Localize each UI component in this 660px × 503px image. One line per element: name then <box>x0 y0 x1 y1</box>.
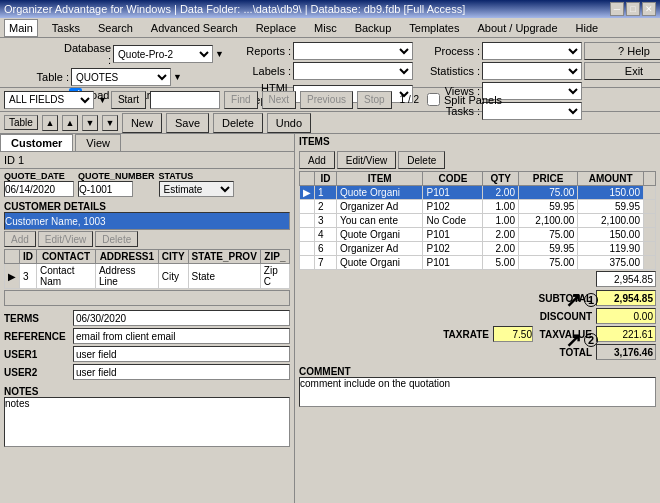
row-item-name: Organizer Ad <box>336 242 423 256</box>
menu-item-backup[interactable]: Backup <box>351 20 396 36</box>
comment-textarea[interactable]: comment include on the quotation <box>299 377 656 407</box>
close-button[interactable]: ✕ <box>642 2 656 16</box>
row-item-code: P102 <box>423 242 483 256</box>
taxrate-input[interactable] <box>493 326 533 342</box>
items-delete-button[interactable]: Delete <box>398 151 445 169</box>
items-add-button[interactable]: Add <box>299 151 335 169</box>
menu-item-templates[interactable]: Templates <box>405 20 463 36</box>
menu-item-replace[interactable]: Replace <box>252 20 300 36</box>
items-table-row[interactable]: 2 Organizer Ad P102 1.00 59.95 59.95 <box>300 200 656 214</box>
menu-item-tasks[interactable]: Tasks <box>48 20 84 36</box>
menu-item-hide[interactable]: Hide <box>572 20 603 36</box>
bottom-total-input <box>596 271 656 287</box>
col-sel <box>300 172 315 186</box>
items-toolbar: Add Edit/View Delete <box>295 149 660 171</box>
help-button[interactable]: ? Help <box>584 42 660 60</box>
minimize-button[interactable]: ─ <box>610 2 624 16</box>
database-row: Database : Quote-Pro-2 ▼ <box>4 42 224 66</box>
quote-date-input[interactable] <box>4 181 74 197</box>
menu-item-advanced-search[interactable]: Advanced Search <box>147 20 242 36</box>
comment-section: COMMENT comment include on the quotation <box>295 364 660 411</box>
items-table-row[interactable]: 3 You can ente No Code 1.00 2,100.00 2,1… <box>300 214 656 228</box>
row-arrow: ▶ <box>5 264 20 289</box>
contacts-scrollbar[interactable] <box>4 290 290 306</box>
reference-input[interactable] <box>73 328 290 344</box>
items-editview-button[interactable]: Edit/View <box>337 151 397 169</box>
save-button[interactable]: Save <box>166 113 209 133</box>
database-select[interactable]: Quote-Pro-2 <box>113 45 213 63</box>
new-button[interactable]: New <box>122 113 162 133</box>
database-label: Database : <box>59 42 112 66</box>
row-city: City <box>158 264 188 289</box>
user1-input[interactable] <box>73 346 290 362</box>
process-select[interactable] <box>482 42 582 60</box>
nav-up2-button[interactable]: ▲ <box>62 115 78 131</box>
row-item-id: 6 <box>315 242 337 256</box>
row-sel-arrow <box>300 228 315 242</box>
field-select[interactable]: ALL FIELDS <box>4 91 94 109</box>
row-item-amount: 59.95 <box>578 200 644 214</box>
nav-down2-button[interactable]: ▼ <box>102 115 118 131</box>
items-table-row[interactable]: 4 Quote Organi P101 2.00 75.00 150.00 <box>300 228 656 242</box>
split-panels-label: Split Panels <box>444 94 502 106</box>
quote-fields: QUOTE_DATE QUOTE_NUMBER STATUS Estimate <box>0 169 294 199</box>
items-table-row[interactable]: 7 Quote Organi P101 5.00 75.00 375.00 <box>300 256 656 270</box>
quote-number-input[interactable] <box>78 181 133 197</box>
menu-item-main[interactable]: Main <box>4 19 38 37</box>
statistics-select[interactable] <box>482 62 582 80</box>
items-table-wrapper: ID ITEM CODE QTY PRICE AMOUNT ▶ 1 Quote … <box>299 171 656 270</box>
terms-input[interactable] <box>73 310 290 326</box>
col-item-price: PRICE <box>519 172 578 186</box>
labels-select[interactable] <box>293 62 413 80</box>
total-label: TOTAL <box>522 347 592 358</box>
menu-item-search[interactable]: Search <box>94 20 137 36</box>
split-panels-checkbox[interactable] <box>427 93 440 106</box>
customer-edit-button[interactable]: Edit/View <box>38 231 94 247</box>
row-item-code: P102 <box>423 200 483 214</box>
maximize-button[interactable]: □ <box>626 2 640 16</box>
row-item-id: 2 <box>315 200 337 214</box>
items-table-row[interactable]: ▶ 1 Quote Organi P101 2.00 75.00 150.00 <box>300 186 656 200</box>
menu-item-misc[interactable]: Misc <box>310 20 341 36</box>
reports-select[interactable] <box>293 42 413 60</box>
table-row[interactable]: ▶ 3 Contact Nam Address Line City State … <box>5 264 290 289</box>
toolbar-right-middle: Process : Statistics : Views : Tasks : <box>415 42 582 120</box>
user2-input[interactable] <box>73 364 290 380</box>
customer-add-button[interactable]: Add <box>4 231 36 247</box>
undo-button[interactable]: Undo <box>267 113 311 133</box>
nav-up-button[interactable]: ▲ <box>42 115 58 131</box>
bottom-total-row <box>295 270 660 288</box>
start-button[interactable]: Start <box>111 91 146 109</box>
table-select[interactable]: QUOTES <box>71 68 171 86</box>
menu-item-about[interactable]: About / Upgrade <box>473 20 561 36</box>
dropdown-arrow: ▼ <box>215 49 224 59</box>
delete-button[interactable]: Delete <box>213 113 263 133</box>
totals-area: SUBTOTAL DISCOUNT TAXRATE TAXVALUE TOTAL… <box>295 288 660 364</box>
row-scroll <box>644 186 656 200</box>
items-table-row[interactable]: 6 Organizer Ad P102 2.00 59.95 119.90 <box>300 242 656 256</box>
col-state: STATE_PROV <box>188 250 260 264</box>
main-content: Customer View ID 1 QUOTE_DATE QUOTE_NUMB… <box>0 134 660 503</box>
tab-view[interactable]: View <box>75 134 121 151</box>
subtotal-row: SUBTOTAL <box>299 290 656 306</box>
stop-button[interactable]: Stop <box>357 91 392 109</box>
customer-sub-toolbar: Add Edit/View Delete <box>4 231 290 247</box>
taxvalue-value <box>596 326 656 342</box>
nav-down-button[interactable]: ▼ <box>82 115 98 131</box>
customer-name-input[interactable] <box>4 212 290 230</box>
notes-textarea[interactable]: notes <box>4 397 290 447</box>
customer-delete-button[interactable]: Delete <box>95 231 138 247</box>
row-item-id: 3 <box>315 214 337 228</box>
contacts-table-area: ID CONTACT ADDRESS1 CITY STATE_PROV ZIP_… <box>0 249 294 306</box>
tab-customer[interactable]: Customer <box>0 134 73 151</box>
row-item-qty: 1.00 <box>483 214 519 228</box>
exit-button[interactable]: Exit <box>584 62 660 80</box>
col-id: ID <box>20 250 37 264</box>
contacts-table: ID CONTACT ADDRESS1 CITY STATE_PROV ZIP_… <box>4 249 290 289</box>
previous-button[interactable]: Previous <box>300 91 353 109</box>
next-button[interactable]: Next <box>262 91 297 109</box>
row-item-qty: 1.00 <box>483 200 519 214</box>
find-button[interactable]: Find <box>224 91 257 109</box>
status-select[interactable]: Estimate <box>159 181 234 197</box>
search-input[interactable] <box>150 91 220 109</box>
